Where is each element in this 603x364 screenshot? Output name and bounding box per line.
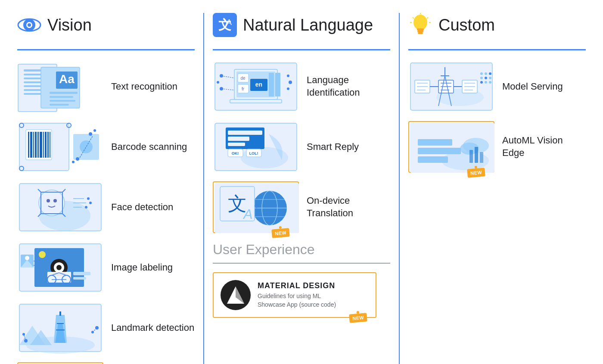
svg-point-181 bbox=[489, 72, 491, 75]
natural-language-header: 文 A Natural Language bbox=[213, 13, 390, 41]
language-id-label: Language Identification bbox=[307, 74, 390, 99]
translate-icon: 文 A bbox=[213, 13, 237, 37]
ue-divider bbox=[213, 263, 390, 264]
svg-point-67 bbox=[25, 256, 29, 260]
main-container: Vision Aa bbox=[0, 0, 603, 364]
svg-rect-29 bbox=[47, 132, 49, 158]
material-design-card[interactable]: MATERIAL DESIGN Guidelines for using MLS… bbox=[213, 272, 376, 318]
svg-text:LOL!: LOL! bbox=[249, 151, 258, 156]
barcode-label: Barcode scanning bbox=[111, 141, 187, 153]
svg-point-55 bbox=[89, 202, 92, 204]
svg-rect-30 bbox=[50, 132, 50, 158]
svg-rect-155 bbox=[417, 31, 423, 32]
svg-rect-156 bbox=[418, 32, 423, 34]
svg-point-183 bbox=[485, 77, 487, 79]
svg-rect-121 bbox=[269, 73, 274, 96]
svg-rect-23 bbox=[33, 132, 34, 158]
svg-point-125 bbox=[217, 81, 219, 84]
material-new-badge: NEW bbox=[349, 313, 367, 323]
svg-point-38 bbox=[72, 161, 75, 163]
svg-rect-154 bbox=[417, 28, 424, 31]
material-title: MATERIAL DESIGN bbox=[258, 281, 336, 290]
svg-rect-28 bbox=[45, 132, 47, 158]
svg-rect-16 bbox=[50, 96, 73, 98]
svg-point-56 bbox=[85, 206, 87, 208]
svg-text:Aa: Aa bbox=[59, 72, 75, 86]
text-recognition-label: Text recognition bbox=[111, 81, 177, 93]
svg-rect-22 bbox=[30, 132, 32, 158]
svg-rect-64 bbox=[73, 272, 90, 275]
material-design-icon bbox=[221, 280, 251, 310]
custom-header: Custom bbox=[408, 13, 586, 41]
text-recognition-item[interactable]: Aa Text recognition bbox=[17, 61, 195, 112]
svg-point-44 bbox=[47, 199, 50, 202]
landmark-detection-label: Landmark detection bbox=[111, 322, 194, 334]
svg-point-187 bbox=[489, 81, 491, 84]
svg-rect-62 bbox=[47, 272, 71, 283]
text-recognition-thumb: Aa bbox=[17, 61, 103, 112]
svg-rect-123 bbox=[230, 100, 282, 103]
nl-divider bbox=[213, 49, 390, 50]
svg-point-184 bbox=[489, 77, 491, 79]
image-labeling-thumb bbox=[17, 242, 103, 293]
vision-title: Vision bbox=[47, 16, 92, 34]
svg-text:A: A bbox=[242, 206, 252, 222]
svg-point-179 bbox=[480, 72, 483, 75]
custom-divider bbox=[408, 49, 586, 50]
user-experience-section: User Experience MATERIAL DESIGN Guidelin… bbox=[213, 242, 390, 318]
object-detection-item[interactable]: NEW Object detection and tracking bbox=[17, 362, 195, 364]
natural-language-column: 文 A Natural Language de fr bbox=[204, 13, 400, 364]
custom-column: Custom bbox=[400, 13, 594, 364]
svg-point-39 bbox=[89, 132, 92, 136]
barcode-scanning-item[interactable]: Barcode scanning bbox=[17, 121, 195, 173]
face-thumb bbox=[17, 181, 103, 233]
svg-rect-15 bbox=[50, 92, 78, 94]
svg-text:fr: fr bbox=[242, 87, 245, 91]
automl-item[interactable]: NEW AutoML Vision Edge bbox=[408, 121, 586, 173]
model-serving-label: Model Serving bbox=[502, 81, 563, 93]
svg-rect-10 bbox=[24, 89, 43, 91]
landmark-thumb bbox=[17, 302, 103, 354]
svg-rect-137 bbox=[228, 143, 245, 146]
svg-point-45 bbox=[53, 199, 57, 202]
translation-item[interactable]: 文 A NEW On-device Translation bbox=[213, 181, 390, 233]
face-detection-item[interactable]: Face detection bbox=[17, 181, 195, 233]
svg-text:de: de bbox=[240, 76, 246, 81]
smart-reply-thumb: OK! LOL! bbox=[213, 121, 299, 173]
svg-point-180 bbox=[485, 72, 487, 75]
smart-reply-label: Smart Reply bbox=[307, 141, 359, 153]
svg-point-63 bbox=[39, 251, 46, 258]
vision-header: Vision bbox=[17, 13, 195, 41]
svg-rect-135 bbox=[228, 131, 262, 135]
face-detection-label: Face detection bbox=[111, 201, 173, 214]
svg-point-185 bbox=[480, 81, 483, 84]
svg-point-186 bbox=[485, 81, 487, 84]
object-detection-thumb: NEW bbox=[17, 362, 103, 364]
svg-point-54 bbox=[87, 197, 90, 200]
barcode-thumb bbox=[17, 121, 103, 173]
svg-rect-122 bbox=[275, 73, 280, 96]
svg-rect-201 bbox=[480, 152, 483, 163]
custom-title: Custom bbox=[438, 16, 495, 34]
svg-rect-17 bbox=[50, 100, 75, 102]
svg-point-153 bbox=[413, 15, 427, 30]
svg-line-158 bbox=[413, 17, 414, 19]
landmark-detection-item[interactable]: Landmark detection bbox=[17, 302, 195, 354]
eye-icon bbox=[17, 13, 41, 37]
automl-label: AutoML Vision Edge bbox=[502, 134, 586, 159]
model-serving-item[interactable]: Model Serving bbox=[408, 61, 586, 112]
vision-column: Vision Aa bbox=[9, 13, 204, 364]
translation-thumb: 文 A NEW bbox=[213, 181, 299, 233]
image-labeling-item[interactable]: Image labeling bbox=[17, 242, 195, 293]
automl-thumb: NEW bbox=[408, 121, 494, 173]
vision-divider bbox=[17, 49, 195, 50]
language-id-item[interactable]: de fr en bbox=[213, 61, 390, 112]
svg-text:en: en bbox=[255, 81, 262, 88]
translation-new-badge: NEW bbox=[271, 228, 290, 238]
image-labeling-label: Image labeling bbox=[111, 261, 173, 274]
smart-reply-item[interactable]: OK! LOL! Smart Reply bbox=[213, 121, 390, 173]
material-text-block: MATERIAL DESIGN Guidelines for using MLS… bbox=[258, 281, 336, 309]
svg-rect-82 bbox=[59, 311, 61, 316]
svg-rect-65 bbox=[73, 277, 86, 280]
svg-point-61 bbox=[56, 265, 62, 270]
